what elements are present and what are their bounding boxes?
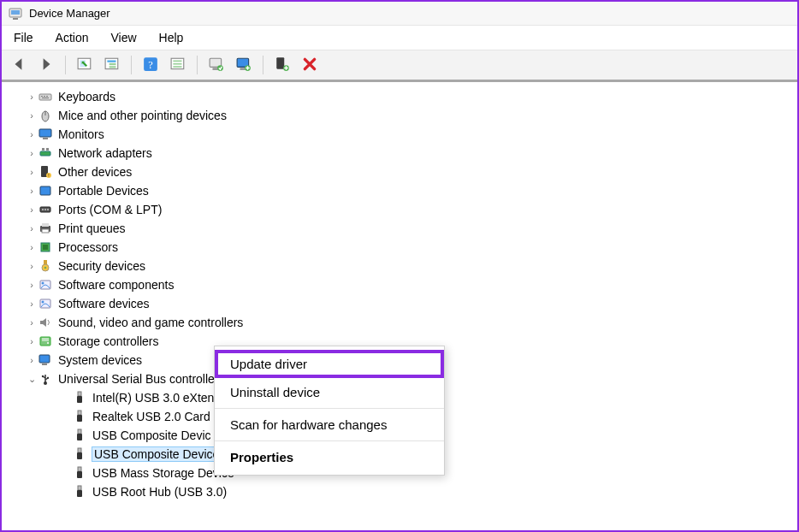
tree-category[interactable]: ›!Other devices (2, 163, 797, 181)
svg-rect-7 (107, 60, 115, 62)
device-manager-window: Device Manager File Action View Help ? ›… (0, 0, 799, 532)
port-icon (38, 203, 53, 216)
svg-rect-34 (42, 148, 44, 151)
remove-button[interactable] (298, 54, 322, 76)
svg-rect-15 (173, 66, 181, 68)
chevron-icon[interactable]: › (26, 204, 38, 215)
tree-category[interactable]: ›Mice and other pointing devices (2, 106, 797, 125)
chevron-icon[interactable]: › (26, 129, 38, 139)
tree-item-label: Monitors (58, 127, 104, 141)
system-icon (38, 353, 53, 367)
scan-hardware-button[interactable] (232, 54, 256, 76)
svg-rect-28 (42, 98, 49, 98)
menu-help[interactable]: Help (156, 29, 187, 46)
help-button[interactable]: ? (139, 54, 163, 76)
arrow-left-icon (11, 56, 27, 74)
svg-rect-13 (173, 60, 181, 62)
svg-rect-9 (109, 66, 116, 68)
chevron-icon[interactable]: ⌄ (26, 374, 38, 385)
chevron-icon[interactable]: › (26, 261, 38, 271)
list-icon-button[interactable] (166, 54, 190, 76)
context-menu-item[interactable]: Properties (215, 443, 444, 471)
mouse-icon (38, 109, 53, 122)
toolbar-separator (131, 56, 132, 74)
svg-rect-39 (40, 186, 50, 195)
tree-item-label: System devices (58, 353, 142, 367)
tree-category[interactable]: ›Sound, video and game controllers (2, 313, 797, 332)
tree-item-label: Other devices (58, 165, 132, 179)
tree-category[interactable]: ›Ports (COM & LPT) (2, 200, 797, 219)
svg-rect-26 (44, 96, 45, 97)
svg-rect-42 (44, 209, 46, 210)
tree-category[interactable]: ›Software devices (2, 294, 797, 313)
chevron-icon[interactable]: › (26, 355, 38, 365)
update-driver-button[interactable] (204, 54, 228, 76)
chevron-icon[interactable]: › (26, 167, 38, 177)
svg-text:!: ! (48, 173, 49, 178)
svg-rect-32 (43, 138, 48, 139)
chevron-icon[interactable]: › (26, 280, 38, 290)
svg-rect-45 (42, 223, 49, 227)
printer-icon (38, 222, 53, 235)
uninstall-button[interactable] (270, 54, 294, 76)
toolbar-separator (263, 56, 263, 74)
tree-category[interactable]: ›Print queues (2, 219, 797, 238)
svg-rect-62 (47, 377, 49, 379)
svg-rect-48 (43, 245, 48, 250)
svg-rect-59 (42, 364, 47, 365)
svg-rect-14 (173, 62, 181, 64)
usb-plug-icon (72, 391, 87, 405)
portable-icon (38, 184, 53, 198)
context-menu-item[interactable]: Uninstall device (215, 378, 444, 406)
pc-plus-icon (275, 56, 290, 74)
svg-rect-41 (42, 209, 44, 210)
tree-item-label: Universal Serial Bus controllers (58, 372, 225, 386)
list-icon (170, 56, 186, 74)
svg-rect-31 (39, 129, 51, 137)
svg-point-61 (42, 375, 44, 377)
chevron-icon[interactable]: › (26, 336, 38, 346)
toolbar: ? (2, 50, 797, 82)
show-hidden-button[interactable] (73, 54, 97, 76)
tree-item-label: USB Root Hub (USB 3.0) (92, 485, 227, 499)
tree-item-label: Network adapters (58, 146, 152, 160)
chevron-icon[interactable]: › (26, 186, 38, 196)
chevron-icon[interactable]: › (26, 242, 38, 252)
svg-rect-27 (46, 96, 48, 97)
devices-by-type-button[interactable] (100, 54, 124, 76)
usb-plug-icon (72, 410, 87, 423)
svg-rect-67 (78, 429, 81, 434)
tree-item-label: USB Composite Devic (92, 429, 211, 442)
tree-category[interactable]: ›Monitors (2, 125, 797, 144)
context-menu-item[interactable]: Scan for hardware changes (215, 411, 444, 439)
help-icon: ? (143, 56, 158, 74)
tree-category[interactable]: ›Network adapters (2, 144, 797, 163)
chevron-icon[interactable]: › (26, 317, 38, 328)
tree-item-label: USB Mass Storage Device (92, 466, 234, 480)
usb-icon (38, 372, 53, 386)
tree-item[interactable]: ›USB Root Hub (USB 3.0) (2, 482, 797, 501)
tree-category[interactable]: ›Security devices (2, 257, 797, 275)
tree-category[interactable]: ›Portable Devices (2, 181, 797, 200)
chevron-icon[interactable]: › (26, 299, 38, 309)
toolbar-separator (197, 56, 198, 74)
svg-point-53 (42, 282, 44, 285)
tree-category[interactable]: ›Processors (2, 238, 797, 257)
svg-rect-70 (77, 452, 82, 459)
context-menu-item[interactable]: Update driver (215, 350, 444, 378)
menu-view[interactable]: View (107, 29, 139, 46)
menu-action[interactable]: Action (52, 29, 92, 46)
tree-item-label: Intel(R) USB 3.0 eXten (92, 391, 214, 405)
tree-category[interactable]: ›Keyboards (2, 87, 797, 106)
chevron-icon[interactable]: › (26, 223, 38, 233)
svg-rect-74 (77, 490, 82, 497)
chevron-icon[interactable]: › (26, 148, 38, 158)
svg-rect-73 (78, 486, 81, 490)
chevron-icon[interactable]: › (26, 110, 38, 121)
menu-file[interactable]: File (10, 29, 37, 46)
back-button[interactable] (7, 54, 31, 76)
chevron-icon[interactable]: › (26, 92, 38, 102)
svg-rect-71 (78, 467, 81, 471)
tree-category[interactable]: ›Software components (2, 275, 797, 294)
forward-button[interactable] (34, 54, 58, 76)
